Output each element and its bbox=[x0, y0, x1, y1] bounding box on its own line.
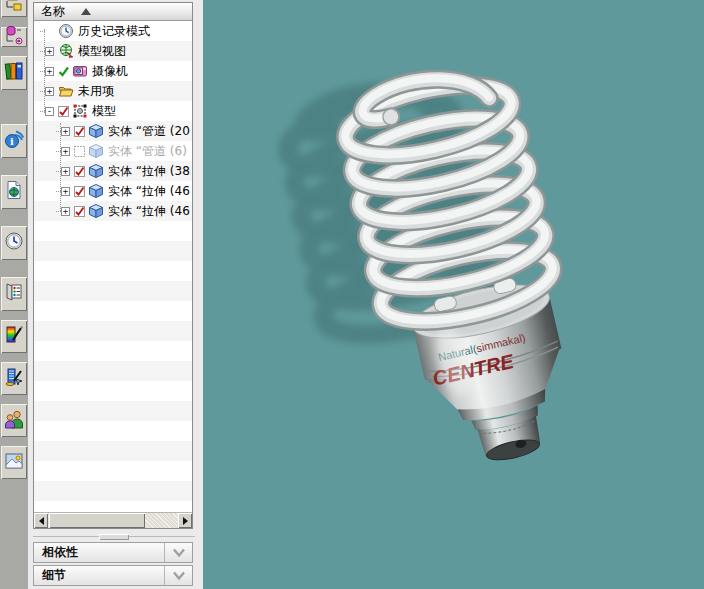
expand-toggle[interactable]: + bbox=[61, 187, 70, 196]
red-check-checkbox[interactable] bbox=[58, 106, 69, 117]
scene-tree-button[interactable] bbox=[1, 0, 27, 17]
tree-row-label: 摄像机 bbox=[92, 63, 128, 80]
expand-toggle[interactable]: + bbox=[61, 127, 70, 136]
tree-horizontal-scrollbar[interactable] bbox=[34, 512, 192, 528]
expand-toggle[interactable]: + bbox=[45, 87, 54, 96]
database-tree-icon bbox=[4, 25, 24, 49]
red-check-checkbox[interactable] bbox=[74, 166, 85, 177]
collapse-toggle[interactable]: - bbox=[45, 107, 54, 116]
tree-row-label: 模型 bbox=[92, 103, 116, 120]
detail-expand-button[interactable] bbox=[164, 566, 192, 585]
catalogs-button[interactable] bbox=[1, 56, 27, 90]
image-icon bbox=[4, 451, 24, 475]
solid-cube-icon bbox=[88, 143, 104, 159]
unchecked-checkbox[interactable] bbox=[74, 146, 85, 157]
tree-row-solid-extrude-2[interactable]: + 实体 “拉伸 (46 bbox=[34, 181, 192, 201]
model-views-icon bbox=[58, 43, 74, 59]
left-toolbar: i bbox=[0, 0, 28, 589]
tree-header-name-column[interactable]: 名称 bbox=[34, 3, 192, 21]
dependency-panel-label: 相依性 bbox=[34, 544, 164, 561]
tree-guide-line bbox=[60, 123, 62, 211]
expand-toggle[interactable]: + bbox=[45, 47, 54, 56]
tree-row-label: 实体 “拉伸 (46 bbox=[108, 203, 190, 220]
camera-icon bbox=[72, 63, 88, 79]
tree-row-solid-pipe-1[interactable]: + 实体 “管道 (20 bbox=[34, 121, 192, 141]
svg-text:i: i bbox=[10, 136, 14, 147]
folder-open-icon bbox=[58, 83, 74, 99]
tree-row-model[interactable]: - 模型 bbox=[34, 101, 192, 121]
collaboration-button[interactable] bbox=[1, 404, 27, 437]
red-check-checkbox[interactable] bbox=[74, 186, 85, 197]
web-document-button[interactable] bbox=[1, 175, 27, 209]
solid-cube-icon bbox=[88, 123, 104, 139]
info-button[interactable]: i bbox=[1, 124, 27, 158]
cad-application-window: i bbox=[0, 0, 704, 589]
tree-row-label: 实体 “拉伸 (46 bbox=[108, 183, 190, 200]
options-panel-button[interactable] bbox=[1, 277, 27, 311]
chevron-down-icon bbox=[172, 571, 186, 581]
panel-splitter[interactable] bbox=[33, 533, 195, 541]
history-clock-icon bbox=[58, 23, 74, 39]
expand-toggle[interactable]: + bbox=[61, 167, 70, 176]
tree-row-solid-pipe-2[interactable]: + 实体 “管道 (6) bbox=[34, 141, 192, 161]
green-check-icon[interactable] bbox=[58, 66, 69, 77]
color-wand-icon bbox=[4, 325, 24, 349]
tree-row-unused-items[interactable]: + 未用项 bbox=[34, 81, 192, 101]
chevron-down-icon bbox=[172, 548, 186, 558]
solid-cube-icon bbox=[88, 183, 104, 199]
sort-ascending-icon bbox=[81, 8, 91, 15]
expand-toggle[interactable]: + bbox=[45, 67, 54, 76]
panel-door-icon bbox=[4, 282, 24, 306]
dependency-panel-header[interactable]: 相依性 bbox=[33, 542, 193, 563]
tree-header-label: 名称 bbox=[41, 3, 65, 20]
clock-icon bbox=[4, 231, 24, 255]
tree-row-solid-extrude-3[interactable]: + 实体 “拉伸 (46 bbox=[34, 201, 192, 221]
tree-rows: 历史记录模式 + 模型视图 + bbox=[34, 21, 192, 513]
tree-row-label: 模型视图 bbox=[78, 43, 126, 60]
scroll-right-button[interactable] bbox=[178, 513, 192, 528]
tree-row-history-mode[interactable]: 历史记录模式 bbox=[34, 21, 192, 41]
tree-row-label: 实体 “管道 (6) bbox=[108, 143, 187, 160]
web-document-icon bbox=[4, 180, 24, 204]
scroll-left-button[interactable] bbox=[34, 513, 48, 528]
detail-panel-label: 细节 bbox=[34, 567, 164, 584]
clock-button[interactable] bbox=[1, 226, 27, 260]
scene-tree-icon bbox=[4, 0, 24, 16]
scene-browser: 名称 历史记录模式 + bbox=[33, 2, 193, 529]
detail-panel-header[interactable]: 细节 bbox=[33, 565, 193, 586]
red-check-checkbox[interactable] bbox=[74, 206, 85, 217]
dependency-expand-button[interactable] bbox=[164, 543, 192, 562]
expand-toggle[interactable]: + bbox=[61, 207, 70, 216]
tree-row-label: 未用项 bbox=[78, 83, 114, 100]
tree-row-model-views[interactable]: + 模型视图 bbox=[34, 41, 192, 61]
viewport-3d[interactable]: Natural(simmakal) CENTRE bbox=[203, 0, 704, 589]
collaboration-people-icon bbox=[4, 409, 24, 433]
tree-row-label: 实体 “管道 (20 bbox=[108, 123, 190, 140]
scroll-right-icon bbox=[183, 517, 188, 525]
red-check-checkbox[interactable] bbox=[74, 126, 85, 137]
spiral-cfl-bulb-model: Natural(simmakal) CENTRE bbox=[203, 0, 704, 589]
scroll-left-icon bbox=[39, 517, 44, 525]
browser-panel-column: 名称 历史记录模式 + bbox=[28, 0, 203, 589]
solid-cube-icon bbox=[88, 203, 104, 219]
info-signal-icon: i bbox=[4, 129, 24, 153]
color-settings-button[interactable] bbox=[1, 320, 27, 353]
tree-row-label: 历史记录模式 bbox=[78, 23, 150, 40]
tree-row-cameras[interactable]: + 摄像机 bbox=[34, 61, 192, 81]
tree-guide-line bbox=[44, 29, 46, 113]
smart-render-button[interactable] bbox=[1, 362, 27, 395]
tree-row-solid-extrude-1[interactable]: + 实体 “拉伸 (38 bbox=[34, 161, 192, 181]
tree-row-label: 实体 “拉伸 (38 bbox=[108, 163, 190, 180]
smart-render-icon bbox=[4, 367, 24, 391]
database-tree-button[interactable] bbox=[1, 27, 27, 47]
catalog-books-icon bbox=[4, 61, 24, 85]
image-button[interactable] bbox=[1, 446, 27, 479]
expand-toggle[interactable]: + bbox=[61, 147, 70, 156]
scrollbar-thumb[interactable] bbox=[49, 513, 145, 528]
splitter-handle[interactable] bbox=[99, 534, 129, 540]
solid-cube-icon bbox=[88, 163, 104, 179]
model-icon bbox=[72, 103, 88, 119]
